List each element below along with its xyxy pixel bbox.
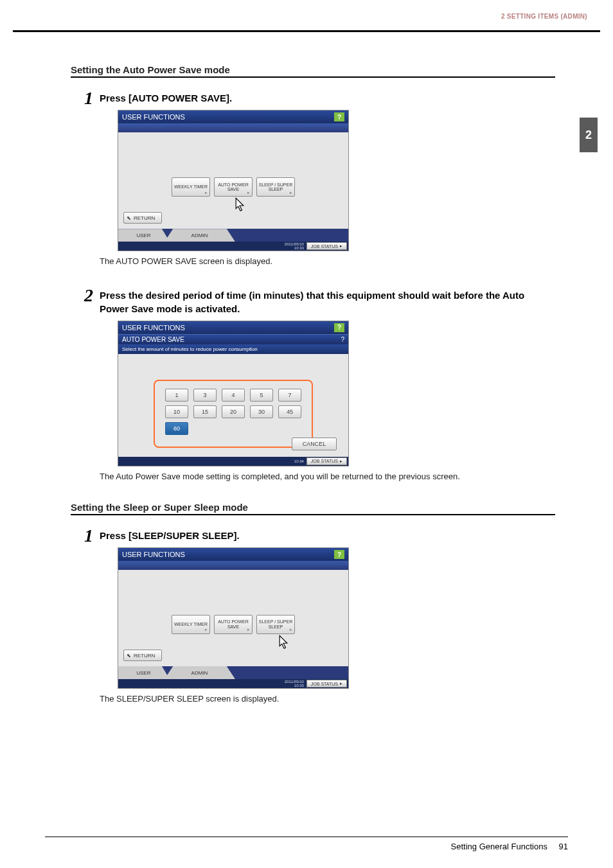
return-button[interactable]: ⬉RETURN <box>123 650 162 661</box>
panel-autopowersave: USER FUNCTIONS ? AUTO POWER SAVE ? Selec… <box>118 321 349 466</box>
minute-1[interactable]: 1 <box>165 389 188 402</box>
weekly-timer-button[interactable]: WEEKLY TIMER▸ <box>172 177 210 197</box>
tab-user[interactable]: USER <box>118 229 170 242</box>
cancel-button[interactable]: CANCEL <box>292 438 337 450</box>
panel-sub-text: AUTO POWER SAVE <box>122 336 184 343</box>
running-header: 2 SETTING ITEMS (ADMIN) <box>501 13 587 20</box>
sleep-super-sleep-button[interactable]: SLEEP / SUPER SLEEP▸ <box>256 177 295 197</box>
panel-userfunctions-2: USER FUNCTIONS ? WEEKLY TIMER▸ AUTO POWE… <box>118 547 349 689</box>
footer-section: Setting General Functions <box>451 842 547 851</box>
footer-rule <box>45 837 568 837</box>
s2-step1: 1 Press [SLEEP/SUPER SLEEP]. USER FUNCTI… <box>71 527 555 718</box>
minute-30[interactable]: 30 <box>250 405 273 418</box>
footer-text: Setting General Functions 91 <box>451 842 568 851</box>
tab-admin[interactable]: ADMIN <box>164 666 235 679</box>
status-date: 2011/05/10 10:33 <box>285 242 304 250</box>
step2-note: The Auto Power Save mode setting is comp… <box>100 472 555 481</box>
step-title: Press the desired period of time (in min… <box>100 289 555 315</box>
job-status-button[interactable]: JOB STATUS▸ <box>306 457 347 465</box>
minute-3[interactable]: 3 <box>193 389 217 402</box>
step-number: 1 <box>84 526 93 545</box>
status-date: 2011/05/10 10:33 <box>285 680 304 687</box>
tab-user[interactable]: USER <box>118 666 170 679</box>
tab-admin[interactable]: ADMIN <box>164 229 235 242</box>
minutes-group: 1 3 4 5 7 10 15 20 30 45 <box>154 380 313 448</box>
section1-rule <box>71 76 555 78</box>
minute-10[interactable]: 10 <box>165 405 188 418</box>
s1-step1: 1 Press [AUTO POWER SAVE]. USER FUNCTION… <box>71 89 555 280</box>
minute-5[interactable]: 5 <box>250 389 273 402</box>
return-button[interactable]: ⬉RETURN <box>123 212 162 224</box>
step-title: Press [SLEEP/SUPER SLEEP]. <box>100 529 555 542</box>
footer-page: 91 <box>559 842 568 851</box>
sleep-super-sleep-button[interactable]: SLEEP / SUPER SLEEP▸ <box>256 615 295 634</box>
weekly-timer-button[interactable]: WEEKLY TIMER▸ <box>172 615 210 634</box>
top-rule <box>13 30 600 32</box>
job-status-button[interactable]: JOB STATUS▸ <box>306 680 347 687</box>
help-icon[interactable]: ? <box>334 323 344 332</box>
minute-60[interactable]: 60 <box>165 422 188 435</box>
cursor-icon <box>274 634 292 652</box>
step1-note: The AUTO POWER SAVE screen is displayed. <box>100 256 555 266</box>
s2-step1-note: The SLEEP/SUPER SLEEP screen is displaye… <box>100 694 555 704</box>
auto-power-save-button[interactable]: AUTO POWER SAVE▸ <box>214 177 253 197</box>
minute-15[interactable]: 15 <box>193 405 217 418</box>
step-number: 2 <box>84 285 93 305</box>
section1-title: Setting the Auto Power Save mode <box>71 64 555 75</box>
s1-step2: 2 Press the desired period of time (in m… <box>71 287 555 495</box>
help-icon[interactable]: ? <box>334 550 344 559</box>
help-icon[interactable]: ? <box>341 336 344 343</box>
auto-power-save-button[interactable]: AUTO POWER SAVE▸ <box>214 615 253 634</box>
panel-title-text: USER FUNCTIONS <box>122 113 185 121</box>
instruction-bar: Select the amount of minutes to reduce p… <box>118 344 348 354</box>
panel-title-text: USER FUNCTIONS <box>122 551 185 558</box>
minute-45[interactable]: 45 <box>278 405 301 418</box>
section2-title: Setting the Sleep or Super Sleep mode <box>71 502 555 513</box>
panel-userfunctions-1: USER FUNCTIONS ? WEEKLY TIMER▸ AUTO POWE… <box>118 110 349 251</box>
minute-20[interactable]: 20 <box>222 405 245 418</box>
chapter-tab: 2 <box>580 118 598 152</box>
minute-4[interactable]: 4 <box>222 389 245 402</box>
cursor-icon <box>231 197 249 215</box>
step-number: 1 <box>84 88 93 108</box>
panel-title-text: USER FUNCTIONS <box>122 324 185 332</box>
status-date: 10:34 <box>294 459 304 463</box>
job-status-button[interactable]: JOB STATUS▸ <box>306 242 347 250</box>
help-icon[interactable]: ? <box>334 112 344 121</box>
step-title: Press [AUTO POWER SAVE]. <box>100 92 555 105</box>
section2-rule <box>71 514 555 515</box>
minute-7[interactable]: 7 <box>278 389 301 402</box>
